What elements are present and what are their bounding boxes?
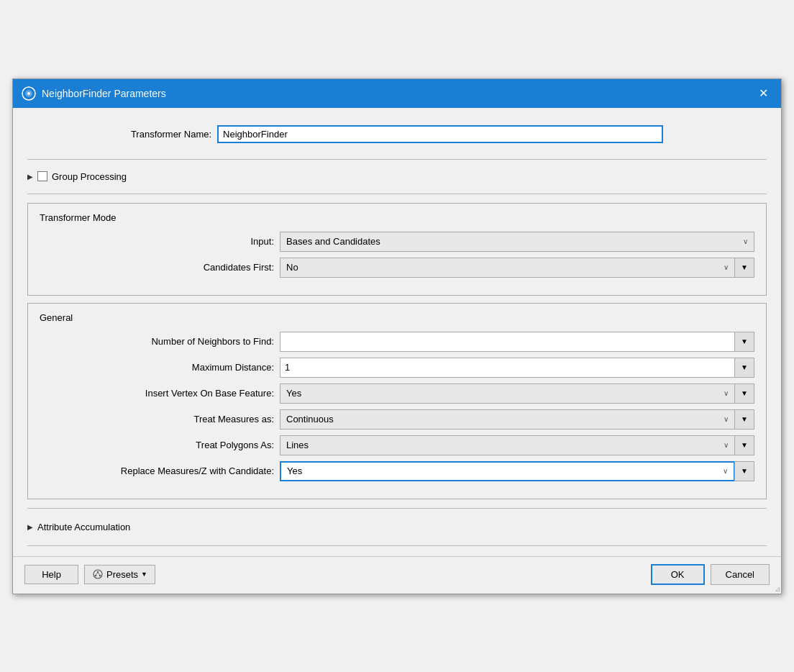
footer-right: OK Cancel [651,564,770,585]
num-neighbors-btn[interactable]: ▼ [734,332,754,352]
transformer-mode-section: Transformer Mode Input: Bases and Candid… [27,203,767,296]
treat-polygons-label: Treat Polygons As: [130,440,274,450]
insert-vertex-row: Insert Vertex On Base Feature: Yes ∨ ▼ [40,383,754,404]
insert-vertex-wrapper: Yes ∨ ▼ [280,383,754,404]
divider-1 [27,159,767,160]
ok-button[interactable]: OK [651,564,705,585]
cancel-button[interactable]: Cancel [711,564,770,585]
close-button[interactable]: ✕ [754,86,772,101]
treat-polygons-wrapper: Lines ∨ ▼ [280,435,754,455]
num-neighbors-wrapper: ▼ [280,332,754,352]
transformer-name-label: Transformer Name: [131,129,211,140]
group-processing-row: ▶ Group Processing [27,168,767,185]
replace-measures-dropdown[interactable]: Yes ∨ [280,461,735,481]
treat-measures-row: Treat Measures as: Continuous ∨ ▼ [40,409,754,430]
input-control-wrapper: Bases and Candidates ∨ [280,232,754,252]
dialog-title: NeighborFinder Parameters [42,88,166,99]
max-distance-arrow: ▼ [741,363,748,371]
treat-polygons-dropdown[interactable]: Lines ∨ [280,435,735,455]
treat-measures-inner-arrow: ∨ [724,415,729,423]
replace-measures-arrow: ▼ [741,467,748,475]
transformer-name-row: Transformer Name: [27,119,767,150]
replace-measures-row: Replace Measures/Z with Candidate: Yes ∨… [40,461,754,481]
attribute-accumulation-row: ▶ Attribute Accumulation [27,517,767,537]
transformer-mode-title: Transformer Mode [40,212,754,223]
svg-line-7 [96,572,98,576]
replace-measures-wrapper: Yes ∨ ▼ [280,461,754,481]
candidates-first-small-btn[interactable]: ▼ [734,258,754,278]
num-neighbors-arrow: ▼ [741,337,748,345]
treat-polygons-row: Treat Polygons As: Lines ∨ ▼ [40,435,754,455]
num-neighbors-input[interactable] [280,332,735,352]
max-distance-wrapper: ▼ [280,358,754,378]
input-row: Input: Bases and Candidates ∨ [40,232,754,252]
treat-polygons-value: Lines [286,440,309,450]
presets-arrow: ▼ [141,571,147,578]
svg-line-8 [98,572,100,576]
treat-measures-dropdown[interactable]: Continuous ∨ [280,409,735,430]
presets-label: Presets [106,569,138,580]
dialog-body: Transformer Name: ▶ Group Processing Tra… [13,108,781,556]
candidates-first-arrow: ∨ [724,263,729,271]
treat-polygons-btn[interactable]: ▼ [734,435,754,455]
max-distance-input[interactable] [280,358,735,378]
insert-vertex-value: Yes [286,388,301,399]
candidates-first-row: Candidates First: No ∨ ▼ [40,258,754,278]
dialog-footer: Help Presets ▼ OK Cancel [13,556,781,594]
replace-measures-inner-arrow: ∨ [723,467,728,475]
footer-left: Help Presets ▼ [24,565,155,584]
candidates-first-label: Candidates First: [130,262,274,273]
title-bar: NeighborFinder Parameters ✕ [13,79,781,108]
treat-measures-arrow: ▼ [741,415,748,423]
treat-measures-btn[interactable]: ▼ [734,409,754,430]
insert-vertex-arrow: ▼ [741,389,748,397]
treat-measures-label: Treat Measures as: [130,414,274,424]
help-button[interactable]: Help [24,565,78,584]
general-section: General Number of Neighbors to Find: ▼ M… [27,303,767,499]
group-processing-expand[interactable]: ▶ [27,173,33,181]
attribute-accumulation-expand[interactable]: ▶ [27,523,33,531]
num-neighbors-row: Number of Neighbors to Find: ▼ [40,332,754,352]
title-bar-left: NeighborFinder Parameters [22,86,166,101]
treat-measures-value: Continuous [286,414,334,424]
candidates-first-value: No [286,262,298,273]
replace-measures-value: Yes [287,466,302,476]
insert-vertex-dropdown[interactable]: Yes ∨ [280,383,735,404]
dialog: NeighborFinder Parameters ✕ Transformer … [12,78,782,594]
candidates-first-wrapper: No ∨ ▼ [280,258,754,278]
input-dropdown-arrow: ∨ [743,237,748,245]
divider-4 [27,545,767,546]
max-distance-btn[interactable]: ▼ [734,358,754,378]
presets-icon [92,568,104,580]
max-distance-row: Maximum Distance: ▼ [40,358,754,378]
max-distance-label: Maximum Distance: [130,362,274,373]
replace-measures-label: Replace Measures/Z with Candidate: [121,466,274,476]
svg-point-2 [27,92,30,95]
insert-vertex-inner-arrow: ∨ [724,389,729,397]
group-processing-label: Group Processing [52,171,127,182]
app-icon [22,86,36,101]
group-processing-checkbox[interactable] [37,171,47,181]
treat-measures-wrapper: Continuous ∨ ▼ [280,409,754,430]
treat-polygons-arrow: ▼ [741,441,748,449]
candidates-first-small-arrow: ▼ [741,263,748,271]
attribute-accumulation-label: Attribute Accumulation [37,522,130,532]
treat-polygons-inner-arrow: ∨ [724,441,729,449]
divider-3 [27,508,767,509]
svg-point-3 [93,570,102,578]
num-neighbors-label: Number of Neighbors to Find: [130,336,274,347]
transformer-name-input[interactable] [217,125,663,143]
input-dropdown[interactable]: Bases and Candidates ∨ [280,232,754,252]
candidates-first-dropdown[interactable]: No ∨ [280,258,735,278]
insert-vertex-btn[interactable]: ▼ [734,383,754,404]
divider-2 [27,194,767,194]
insert-vertex-label: Insert Vertex On Base Feature: [130,388,274,399]
presets-button[interactable]: Presets ▼ [84,565,155,584]
input-dropdown-value: Bases and Candidates [286,236,380,247]
replace-measures-btn[interactable]: ▼ [734,461,754,481]
input-label: Input: [130,236,274,247]
general-title: General [40,312,754,323]
resize-handle[interactable]: ⊿ [775,585,780,593]
